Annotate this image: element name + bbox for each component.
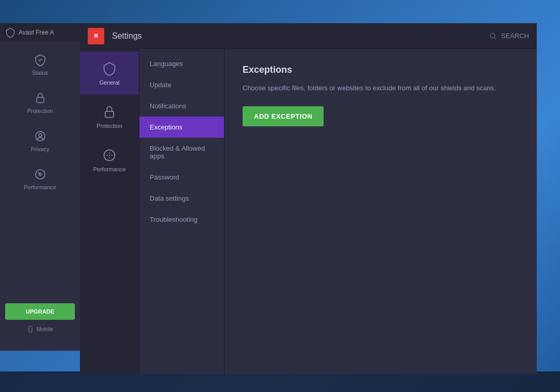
category-general-label: General: [99, 79, 119, 86]
avast-logo-icon: [5, 27, 15, 38]
menu-exceptions[interactable]: Exceptions: [139, 117, 224, 138]
upgrade-button[interactable]: UPGRADE: [5, 303, 75, 320]
shield-cat-icon: [102, 61, 117, 76]
sidebar-item-status[interactable]: Status: [7, 46, 74, 82]
taskbar: [0, 371, 560, 392]
content-area: Exceptions Choose specific files, folder…: [225, 49, 537, 374]
avast-sidebar: Status Protection Privacy: [0, 41, 80, 351]
content-title: Exceptions: [243, 64, 519, 75]
lock-cat-icon: [102, 104, 117, 120]
menu-notifications[interactable]: Notifications: [139, 95, 224, 117]
lock-icon: [33, 91, 47, 105]
category-protection[interactable]: Protection: [80, 95, 139, 138]
close-button[interactable]: ×: [88, 28, 104, 44]
settings-header: × Settings SEARCH: [80, 23, 537, 49]
menu-password[interactable]: Password: [139, 167, 224, 188]
category-column: General Protection: [80, 49, 139, 374]
settings-title: Settings: [112, 31, 481, 41]
svg-line-8: [494, 38, 496, 39]
sidebar-item-protection[interactable]: Protection: [7, 85, 74, 120]
performance-icon: [33, 167, 47, 182]
sidebar-item-status-label: Status: [32, 70, 48, 76]
menu-column: Languages Update Notifications Exception…: [139, 49, 225, 374]
avast-logo-bar: Avast Free A: [0, 23, 80, 41]
add-exception-button[interactable]: ADD EXCEPTION: [243, 106, 324, 126]
svg-rect-0: [37, 97, 44, 103]
category-performance-label: Performance: [93, 166, 126, 172]
category-performance[interactable]: Performance: [80, 138, 139, 182]
sidebar-item-performance-label: Performance: [24, 184, 56, 190]
svg-rect-5: [29, 326, 32, 332]
menu-troubleshooting[interactable]: Troubleshooting: [139, 209, 224, 230]
avast-logo-text: Avast Free A: [19, 29, 54, 36]
category-protection-label: Protection: [97, 123, 122, 129]
sidebar-item-privacy-label: Privacy: [30, 146, 49, 152]
svg-point-1: [36, 132, 45, 141]
mobile-icon: [27, 325, 34, 333]
svg-point-11: [109, 155, 110, 156]
menu-update[interactable]: Update: [139, 74, 224, 95]
shield-icon: [33, 53, 47, 67]
mobile-label: Mobile: [37, 326, 53, 332]
menu-languages[interactable]: Languages: [139, 53, 224, 74]
svg-rect-9: [105, 111, 114, 118]
search-icon: [489, 32, 497, 40]
search-label: SEARCH: [501, 32, 529, 40]
category-general[interactable]: General: [80, 52, 139, 95]
menu-data-settings[interactable]: Data settings: [139, 188, 224, 209]
svg-point-7: [490, 33, 494, 38]
sidebar-item-protection-label: Protection: [27, 108, 53, 114]
mobile-item[interactable]: Mobile: [0, 325, 80, 333]
menu-blocked-allowed[interactable]: Blocked & Allowed apps: [139, 138, 224, 167]
sidebar-item-performance[interactable]: Performance: [7, 161, 74, 197]
settings-body: General Protection: [80, 49, 537, 374]
search-area[interactable]: SEARCH: [489, 32, 529, 40]
privacy-icon: [33, 129, 47, 143]
content-description: Choose specific files, folders or websit…: [243, 83, 511, 93]
settings-window: × Settings SEARCH General: [80, 23, 537, 374]
compass-cat-icon: [102, 148, 117, 163]
svg-point-2: [39, 134, 42, 137]
sidebar-item-privacy[interactable]: Privacy: [7, 123, 74, 158]
